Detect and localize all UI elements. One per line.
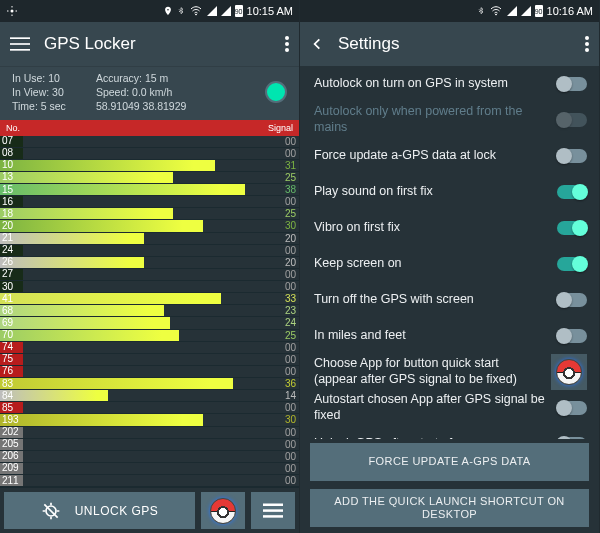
satellite-row: 2030 bbox=[0, 220, 299, 232]
location-pin-icon bbox=[163, 5, 173, 17]
quick-launch-button[interactable] bbox=[201, 492, 245, 529]
app-bar: Settings bbox=[300, 22, 599, 66]
toggle-switch[interactable] bbox=[557, 329, 587, 343]
sat-signal: 00 bbox=[285, 366, 299, 377]
app-chooser-icon[interactable] bbox=[551, 354, 587, 390]
toggle-switch[interactable] bbox=[557, 437, 587, 439]
setting-item[interactable]: Autolock on turn on GPS in system bbox=[300, 66, 599, 102]
setting-label: Force update a-GPS data at lock bbox=[314, 148, 547, 164]
setting-label: Autolock on turn on GPS in system bbox=[314, 76, 547, 92]
col-signal: Signal bbox=[268, 123, 293, 133]
sat-number: 75 bbox=[0, 354, 30, 364]
toggle-switch[interactable] bbox=[557, 257, 587, 271]
sat-number: 76 bbox=[0, 366, 30, 376]
sat-number: 07 bbox=[0, 136, 30, 146]
satellite-row: 1031 bbox=[0, 160, 299, 172]
setting-item[interactable]: Keep screen on bbox=[300, 246, 599, 282]
sat-number: 18 bbox=[0, 209, 30, 219]
add-shortcut-button[interactable]: ADD THE QUICK LAUNCH SHORTCUT ON DESKTOP bbox=[310, 489, 589, 527]
sat-number: 08 bbox=[0, 148, 30, 158]
setting-label: Autolock only when powered from the main… bbox=[314, 104, 547, 135]
satellite-row: 7025 bbox=[0, 330, 299, 342]
bluetooth-icon bbox=[177, 5, 185, 17]
satellite-row: 1325 bbox=[0, 172, 299, 184]
setting-item[interactable]: Vibro on first fix bbox=[300, 210, 599, 246]
setting-item: Autolock only when powered from the main… bbox=[300, 102, 599, 138]
toggle-switch[interactable] bbox=[557, 221, 587, 235]
toggle-switch[interactable] bbox=[557, 149, 587, 163]
setting-label: Choose App for button quick start (appea… bbox=[314, 356, 541, 387]
sat-number: 83 bbox=[0, 379, 30, 389]
status-bar: 90 10:15 AM bbox=[0, 0, 299, 22]
toggle-switch[interactable] bbox=[557, 185, 587, 199]
setting-item[interactable]: Force update a-GPS data at lock bbox=[300, 138, 599, 174]
setting-label: Play sound on first fix bbox=[314, 184, 547, 200]
sat-signal: 00 bbox=[285, 148, 299, 159]
setting-item[interactable]: Turn off the GPS with screen bbox=[300, 282, 599, 318]
svg-rect-4 bbox=[10, 49, 30, 51]
sat-signal: 00 bbox=[285, 451, 299, 462]
svg-point-14 bbox=[585, 42, 589, 46]
hamburger-icon[interactable] bbox=[10, 34, 30, 54]
satellite-row: 0800 bbox=[0, 148, 299, 160]
unlock-gps-button[interactable]: UNLOCK GPS bbox=[4, 492, 195, 529]
sat-number: 70 bbox=[0, 330, 30, 340]
svg-point-7 bbox=[285, 48, 289, 52]
satellite-row: 8336 bbox=[0, 378, 299, 390]
in-view: In View: 30 bbox=[12, 85, 66, 99]
sat-number: 202 bbox=[0, 427, 30, 437]
sat-number: 206 bbox=[0, 451, 30, 461]
sat-number: 15 bbox=[0, 185, 30, 195]
setting-label: Unlock GPS after start of app. bbox=[314, 436, 547, 439]
sat-number: 13 bbox=[0, 172, 30, 182]
sat-number: 205 bbox=[0, 439, 30, 449]
sat-number: 193 bbox=[0, 415, 30, 425]
back-icon[interactable] bbox=[310, 35, 324, 53]
setting-item[interactable]: Play sound on first fix bbox=[300, 174, 599, 210]
sat-number: 21 bbox=[0, 233, 30, 243]
app-title: GPS Locker bbox=[44, 34, 136, 54]
sat-signal: 00 bbox=[285, 281, 299, 292]
toggle-switch[interactable] bbox=[557, 293, 587, 307]
toggle-switch[interactable] bbox=[557, 77, 587, 91]
gps-off-icon bbox=[41, 501, 61, 521]
sat-number: 85 bbox=[0, 403, 30, 413]
more-icon[interactable] bbox=[285, 36, 289, 52]
wifi-icon bbox=[189, 5, 203, 17]
location-icon bbox=[6, 5, 18, 17]
svg-rect-2 bbox=[10, 37, 30, 39]
status-bar: 90 10:16 AM bbox=[300, 0, 599, 22]
in-use: In Use: 10 bbox=[12, 71, 66, 85]
sat-number: 30 bbox=[0, 282, 30, 292]
settings-list: Autolock on turn on GPS in systemAutoloc… bbox=[300, 66, 599, 439]
setting-item[interactable]: Choose App for button quick start (appea… bbox=[300, 354, 599, 390]
setting-item[interactable]: In miles and feet bbox=[300, 318, 599, 354]
gps-info: In Use: 10 In View: 30 Time: 5 sec Accur… bbox=[0, 66, 299, 120]
sat-signal: 00 bbox=[285, 269, 299, 280]
sat-number: 41 bbox=[0, 294, 30, 304]
more-icon[interactable] bbox=[585, 36, 589, 52]
satellite-row: 21100 bbox=[0, 475, 299, 487]
pokeball-icon bbox=[556, 359, 582, 385]
sat-signal: 30 bbox=[285, 220, 299, 231]
menu-button[interactable] bbox=[251, 492, 295, 529]
sat-number: 27 bbox=[0, 269, 30, 279]
setting-item[interactable]: Autostart chosen App after GPS signal be… bbox=[300, 390, 599, 426]
unlock-label: UNLOCK GPS bbox=[75, 504, 159, 518]
sat-signal: 20 bbox=[285, 257, 299, 268]
time: Time: 5 sec bbox=[12, 99, 66, 113]
sat-number: 20 bbox=[0, 221, 30, 231]
battery-icon: 90 bbox=[535, 5, 543, 17]
satellite-row: 20200 bbox=[0, 427, 299, 439]
setting-label: Vibro on first fix bbox=[314, 220, 547, 236]
force-update-button[interactable]: FORCE UPDATE A-GPS DATA bbox=[310, 443, 589, 481]
setting-item[interactable]: Unlock GPS after start of app. bbox=[300, 426, 599, 439]
toggle-switch[interactable] bbox=[557, 401, 587, 415]
svg-point-5 bbox=[285, 36, 289, 40]
signal-icon bbox=[521, 6, 531, 16]
sat-signal: 25 bbox=[285, 208, 299, 219]
speed: Speed: 0.0 km/h bbox=[96, 85, 187, 99]
app-title: Settings bbox=[338, 34, 399, 54]
satellite-row: 8500 bbox=[0, 402, 299, 414]
main-screen: 90 10:15 AM GPS Locker In Use: 10 In Vie… bbox=[0, 0, 300, 533]
